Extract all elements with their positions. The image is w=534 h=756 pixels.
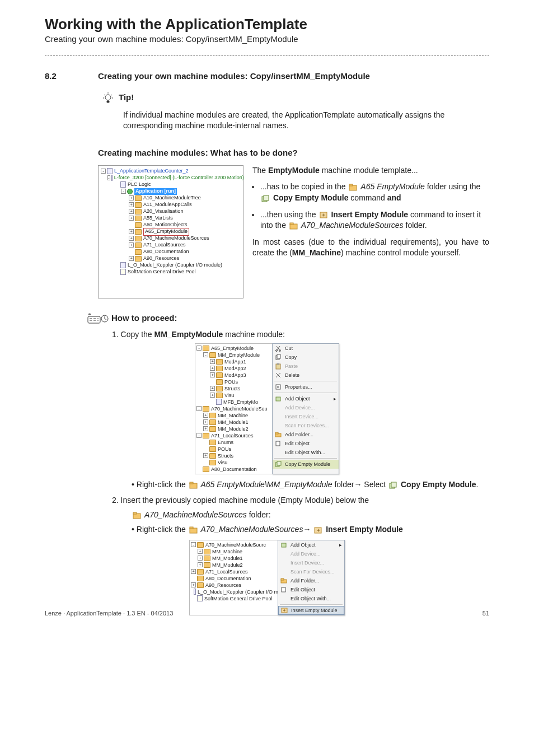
tip-body: If individual machine modules are create… <box>123 110 489 131</box>
svg-rect-26 <box>391 482 396 487</box>
menu-item: Paste <box>273 362 339 371</box>
horizontal-rule: _ _ _ _ _ _ _ _ _ _ _ _ _ _ _ _ _ _ _ _ … <box>45 55 489 55</box>
svg-rect-28 <box>133 512 137 514</box>
menu-item[interactable]: Add Object▸ <box>273 394 339 403</box>
menu-item[interactable]: Edit Object With... <box>273 448 339 457</box>
folder-icon <box>289 222 298 230</box>
svg-rect-4 <box>264 195 269 200</box>
svg-rect-24 <box>190 482 193 484</box>
menu-item: Insert Device... <box>273 412 339 421</box>
how-to-proceed-label: How to proceed: <box>111 313 177 323</box>
menu-item[interactable]: Add Object▸ <box>278 540 344 549</box>
folder-icon <box>189 526 198 534</box>
insert-module-icon <box>320 211 328 218</box>
svg-rect-14 <box>276 364 280 369</box>
menu-item[interactable]: Properties... <box>273 382 339 391</box>
ctx2-tree: -A70_MachineModuleSourc +MM_Machine +MM_… <box>189 540 279 615</box>
copy-module-icon <box>389 482 397 489</box>
step-2-folder-line: A70_MachineModuleSources folder: <box>132 509 489 520</box>
menu-item[interactable]: Copy Empty Module <box>273 460 339 469</box>
svg-rect-34 <box>281 578 284 580</box>
menu-item: Add Device... <box>278 549 344 558</box>
ctx1-menu[interactable]: CutCopyPasteDeleteProperties...Add Objec… <box>272 343 339 474</box>
page-subtitle: Creating your own machine modules: Copy/… <box>45 34 489 44</box>
svg-rect-15 <box>277 363 279 365</box>
footer-page-number: 51 <box>483 610 489 617</box>
section-title: Creating your own machine modules: Copy/… <box>98 71 370 81</box>
page-title: Working with the ApplicationTemplate <box>45 16 489 33</box>
svg-rect-13 <box>277 354 280 358</box>
desc-note: In most cases (due to the individual req… <box>252 237 489 259</box>
desc-bullet-insert: ...then using the Insert Empty Module co… <box>260 209 489 231</box>
device-tree-image: -L_ApplicationTemplateCounter_2 -L-force… <box>98 165 243 298</box>
folder-icon <box>349 184 357 191</box>
menu-item[interactable]: Copy <box>273 353 339 362</box>
svg-rect-30 <box>190 527 193 529</box>
menu-item[interactable]: Edit Object <box>278 585 344 594</box>
ctx1-tree: -A65_EmptyModule -MM_EmptyModule +ModApp… <box>195 343 273 474</box>
svg-rect-16 <box>276 385 280 389</box>
context-menu-image-copy: -A65_EmptyModule -MM_EmptyModule +ModApp… <box>45 343 489 474</box>
folder-icon <box>189 482 198 489</box>
svg-point-0 <box>105 95 111 100</box>
section-number: 8.2 <box>45 71 98 81</box>
svg-rect-32 <box>282 543 286 547</box>
desc-bullet-copy: ...has to be copied in the A65 EmptyModu… <box>260 181 489 203</box>
tip-label: Tip! <box>119 92 134 102</box>
menu-item: Scan For Devices... <box>278 567 344 576</box>
section-header: 8.2 Creating your own machine modules: C… <box>45 71 489 81</box>
description-text: The EmptyModule machine module template.… <box>243 165 489 298</box>
menu-item[interactable]: Delete <box>273 371 339 380</box>
copy-module-icon <box>261 195 270 202</box>
page-footer: Lenze · ApplicationTemplate · 1.3 EN - 0… <box>45 610 489 617</box>
menu-item[interactable]: Add Folder... <box>278 576 344 585</box>
device-tree: -L_ApplicationTemplateCounter_2 -L-force… <box>98 165 243 298</box>
svg-rect-2 <box>349 184 353 186</box>
ctx2-menu[interactable]: Add Object▸Add Device...Insert Device...… <box>278 540 345 615</box>
svg-rect-17 <box>276 397 280 401</box>
svg-rect-8 <box>88 316 100 323</box>
menu-item[interactable]: Add Folder... <box>273 430 339 439</box>
svg-rect-20 <box>276 441 280 446</box>
menu-item[interactable]: Cut <box>273 344 339 353</box>
step-1-bullet: Right-click the A65 EmptyModule\MM_Empty… <box>132 479 489 490</box>
svg-rect-7 <box>290 223 293 225</box>
menu-item: Insert Device... <box>278 558 344 567</box>
folder-icon <box>133 512 141 519</box>
menu-item: Add Device... <box>273 403 339 412</box>
step-2: 2. Insert the previously copied machine … <box>112 496 489 505</box>
svg-rect-22 <box>277 461 281 465</box>
menu-item[interactable]: Edit Object With... <box>278 594 344 603</box>
svg-rect-19 <box>275 432 278 434</box>
menu-item: Scan For Devices... <box>273 421 339 430</box>
subheading-creating: Creating machine modules: What has to be… <box>98 148 489 157</box>
lightbulb-icon <box>101 91 115 105</box>
step-2-bullet: Right-click the A70_MachineModuleSources… <box>132 524 489 535</box>
svg-rect-35 <box>282 587 285 592</box>
procedure-icon <box>87 312 109 324</box>
step-1: 1. Copy the MM_EmptyModule machine modul… <box>112 330 489 339</box>
insert-module-icon <box>314 526 322 534</box>
footer-left: Lenze · ApplicationTemplate · 1.3 EN - 0… <box>45 610 173 617</box>
how-to-proceed-header: How to proceed: <box>87 312 489 324</box>
menu-item[interactable]: Edit Object <box>273 439 339 448</box>
tip-block: Tip! <box>101 91 489 105</box>
context-menu-image-insert: -A70_MachineModuleSourc +MM_Machine +MM_… <box>45 540 489 615</box>
